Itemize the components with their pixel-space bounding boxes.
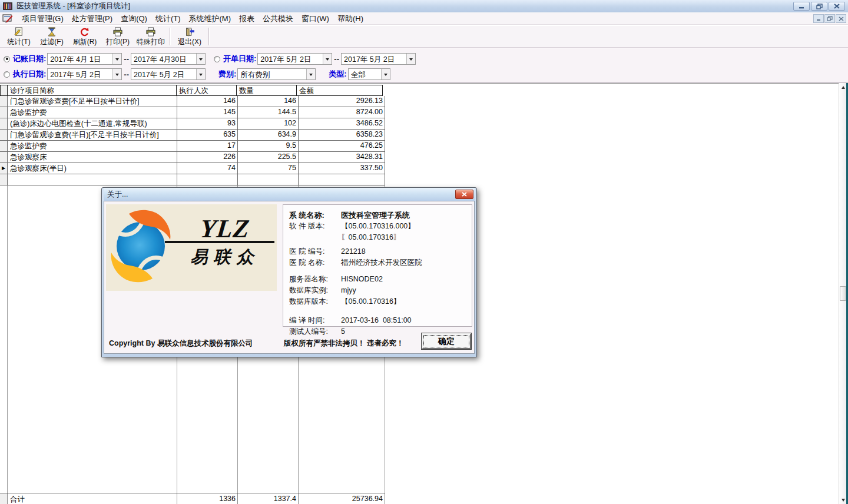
menu-item-4[interactable]: 统计(T) [151,12,185,25]
exec-date-to-select[interactable]: 2017年 5月 2日 [131,68,206,80]
table-header: 诊疗项目简称 执行人次 数量 金额 [0,85,385,96]
window-title: 医技管理系统 - [科室诊疗项目统计] [16,1,130,11]
statistics-button[interactable]: 统计(T) [2,26,35,47]
amount-cell: 337.50 [299,163,385,174]
menu-item-9[interactable]: 帮助(H) [333,12,367,25]
print-button[interactable]: 打印(P) [101,26,134,47]
about-info-label: 医 院 名称: [289,257,341,268]
type-select[interactable]: 全部 [348,68,390,80]
about-info-label: 数据库版本: [289,296,341,307]
booking-date-from-select[interactable]: 2017年 4月 1日 [47,53,122,65]
about-info-value: 医技科室管理子系统 [341,210,410,221]
special-print-button[interactable]: 特殊打印 [134,26,167,47]
mdi-restore-button[interactable] [824,14,835,23]
row-indicator-cell [0,118,8,130]
table-row[interactable]: (急诊)床边心电图检查(十二通道,常规导联)931023486.52 [0,118,385,130]
menu-item-8[interactable]: 窗口(W) [297,12,333,25]
exit-icon [184,27,196,37]
about-info-row: 系 统名称:医技科室管理子系统 [289,210,469,221]
exit-button[interactable]: 退出(X) [173,26,206,47]
restore-button[interactable] [811,2,827,11]
order-date-from-select[interactable]: 2017年 5月 2日 [257,53,332,65]
booking-date-radio[interactable] [4,56,10,62]
order-date-to-select[interactable]: 2017年 5月 2日 [341,53,416,65]
about-info-label: 编 译 时间: [289,315,341,326]
chevron-down-icon[interactable] [306,69,315,79]
combo-value: 2017年 5月 2日 [342,54,396,64]
combo-value: 2017年 5月 2日 [258,54,312,64]
application-window: 医技管理系统 - [科室诊疗项目统计] [0,0,848,504]
chevron-down-icon[interactable] [112,54,121,64]
column-header[interactable]: 数量 [236,85,297,96]
about-info-row: 〖05.00.170316〗 [289,232,469,243]
dialog-close-button[interactable] [455,190,473,199]
chevron-down-icon[interactable] [381,69,390,79]
exec-date-radio[interactable] [4,71,10,78]
grid-line [7,185,8,493]
exec-date-from-select[interactable]: 2017年 5月 2日 [47,68,122,80]
table-row[interactable]: 急诊监护费145144.58724.00 [0,107,385,118]
ylz-sphere-logo-icon [110,209,173,283]
vertical-scrollbar[interactable] [839,83,846,504]
about-info-label: 软 件 版本: [289,221,341,232]
range-separator: -- [334,55,339,64]
toolbar-separator [170,28,171,45]
executions-cell [177,174,238,185]
mdi-minimize-button[interactable] [813,14,824,23]
order-date-radio[interactable] [214,56,220,62]
about-info-row: 服务器名称:HISNODE02 [289,274,469,285]
table-row[interactable]: 急诊监护费179.5476.25 [0,141,385,152]
row-indicator-cell [0,141,8,152]
fee-type-select[interactable]: 所有费别 [237,68,316,80]
mdi-close-button[interactable] [836,14,846,23]
table-row-empty[interactable] [0,174,385,185]
toolbar-label: 刷新(R) [73,37,97,47]
close-button[interactable] [829,2,845,11]
menu-item-7[interactable]: 公共模块 [259,12,297,25]
menu-item-1[interactable]: 项目管理(G) [18,12,68,25]
combo-value: 全部 [349,69,367,79]
ok-button[interactable]: 确定 [422,333,471,349]
menu-item-3[interactable]: 查询(Q) [117,12,151,25]
about-dialog: 关于... [101,187,477,357]
table-row[interactable]: 门急诊留观诊查费(半日)[不足半日按半日计价]635634.96358.23 [0,130,385,141]
item-name-cell: 门急诊留观诊查费(半日)[不足半日按半日计价] [8,130,177,141]
quantity-cell: 102 [238,118,299,130]
quantity-cell: 634.9 [238,130,299,141]
about-info-value: HISNODE02 [341,274,383,285]
total-row: 合计 1336 1337.4 25736.94 [0,493,385,504]
about-info-label: 服务器名称: [289,274,341,285]
about-info-row: 软 件 版本:【05.00.170316.000】 [289,221,469,232]
menu-item-5[interactable]: 系统维护(M) [185,12,236,25]
table-row[interactable]: 急诊观察床226225.53428.31 [0,152,385,163]
column-header[interactable]: 执行人次 [176,85,237,96]
chevron-down-icon[interactable] [196,54,205,64]
about-info-label: 测试人编号: [289,326,341,337]
booking-date-to-select[interactable]: 2017年 4月30日 [131,53,206,65]
row-indicator-cell [0,107,8,118]
table-row[interactable]: ▶急诊观察床(半日)7475337.50 [0,163,385,174]
toolbar-label: 过滤(F) [40,37,63,47]
chevron-down-icon[interactable] [323,54,332,64]
column-header[interactable]: 诊疗项目简称 [7,85,177,96]
range-separator: -- [124,70,129,79]
order-date-label: 开单日期: [223,54,256,64]
dialog-body: YLZ 易联众 系 统名称:医技科室管理子系统软 件 版本:【05.00.170… [104,201,475,354]
filter-button[interactable]: 过滤(F) [35,26,68,47]
about-info-row: 医 院 编号:221218 [289,246,469,257]
total-label: 合计 [8,493,177,504]
menu-item-6[interactable]: 报表 [235,12,259,25]
column-header[interactable]: 金额 [296,85,383,96]
about-info-label: 系 统名称: [289,210,341,221]
executions-cell: 17 [177,141,238,152]
copyright-text: Copyright By 易联众信息技术股份有限公司 [109,339,253,349]
minimize-button[interactable] [793,2,810,11]
table-row[interactable]: 门急诊留观诊查费[不足半日按半日计价]1461462926.13 [0,96,385,107]
menu-item-2[interactable]: 处方管理(P) [68,12,117,25]
chevron-down-icon[interactable] [112,69,121,79]
chevron-down-icon[interactable] [196,69,205,79]
total-quantity: 1337.4 [238,493,299,504]
scrollbar-thumb[interactable] [840,286,846,301]
chevron-down-icon[interactable] [406,54,415,64]
refresh-button[interactable]: 刷新(R) [68,26,101,47]
